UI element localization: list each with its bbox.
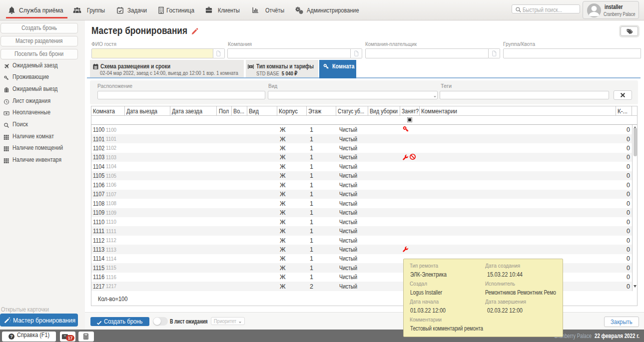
- svg-text:?: ?: [10, 334, 13, 339]
